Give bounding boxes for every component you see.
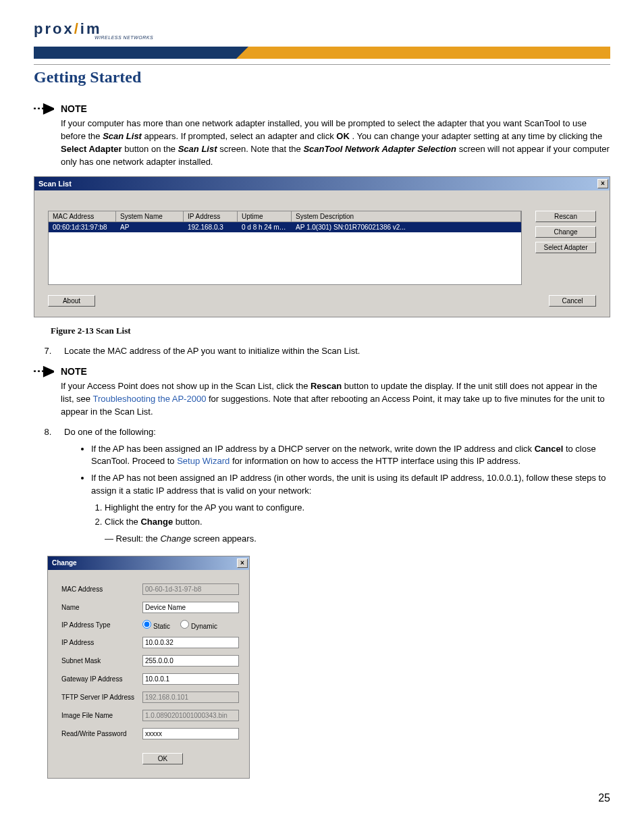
img-field: [142, 710, 239, 721]
select-adapter-button[interactable]: Select Adapter: [535, 242, 596, 253]
page-number: 25: [34, 792, 610, 804]
substep-1: Highlight the entry for the AP you want …: [105, 502, 610, 515]
change-button[interactable]: Change: [535, 226, 596, 238]
change-title: Change: [52, 559, 77, 567]
logo-slash: /: [74, 20, 80, 37]
note-1-text: If your computer has more than one netwo…: [61, 118, 610, 168]
note-arrow-icon: [34, 366, 54, 419]
figure-caption-213: Figure 2-13 Scan List: [51, 325, 610, 336]
logo-subtitle: WIRELESS NETWORKS: [95, 35, 610, 40]
ip-field[interactable]: [142, 637, 239, 648]
table-row[interactable]: 00:60:1d:31:97:b8 AP 192.168.0.3 0 d 8 h…: [49, 222, 521, 232]
note-label: NOTE: [61, 366, 610, 377]
note-1: NOTE If your computer has more than one …: [34, 103, 610, 168]
tftp-field: [142, 692, 239, 703]
note-2-text: If your Access Point does not show up in…: [61, 380, 610, 419]
mac-label: MAC Address: [61, 585, 142, 593]
brand-logo: prox/im WIRELESS NETWORKS: [34, 20, 610, 40]
close-icon[interactable]: ×: [237, 558, 248, 568]
result-line: — Result: the Change screen appears.: [105, 533, 610, 546]
cancel-button[interactable]: Cancel: [549, 295, 596, 307]
note-label: NOTE: [61, 103, 610, 114]
table-header-row: MAC Address System Name IP Address Uptim…: [49, 211, 521, 222]
iptype-label: IP Address Type: [61, 621, 142, 629]
img-label: Image File Name: [61, 712, 142, 719]
about-button[interactable]: About: [48, 295, 95, 307]
gw-field[interactable]: [142, 673, 239, 685]
name-field[interactable]: [142, 602, 239, 613]
ip-label: IP Address: [61, 639, 142, 646]
scan-list-window: Scan List × MAC Address System Name IP A…: [34, 176, 610, 317]
scan-list-title: Scan List: [38, 180, 72, 188]
static-radio[interactable]: Static: [142, 620, 170, 630]
col-uptime[interactable]: Uptime: [238, 211, 292, 221]
col-ip[interactable]: IP Address: [184, 211, 238, 221]
header-accent-bar: [34, 47, 610, 59]
dynamic-radio[interactable]: Dynamic: [180, 620, 217, 630]
col-mac[interactable]: MAC Address: [49, 211, 116, 221]
substep-2: Click the Change button.: [105, 516, 610, 529]
setup-wizard-link[interactable]: Setup Wizard: [177, 456, 230, 466]
pwd-label: Read/Write Password: [61, 730, 142, 737]
tftp-label: TFTP Server IP Address: [61, 694, 142, 701]
mac-field: [142, 583, 239, 595]
step-8: Do one of the following: If the AP has b…: [54, 425, 610, 546]
close-icon[interactable]: ×: [597, 179, 608, 188]
col-name[interactable]: System Name: [116, 211, 184, 221]
change-window: Change × MAC Address Name IP Address Typ…: [47, 556, 250, 779]
troubleshooting-link[interactable]: Troubleshooting the AP-2000: [92, 394, 206, 404]
name-label: Name: [61, 604, 142, 611]
note-2: NOTE If your Access Point does not show …: [34, 366, 610, 419]
change-titlebar: Change ×: [48, 556, 249, 570]
scan-list-titlebar: Scan List ×: [34, 177, 610, 190]
step-7: Locate the MAC address of the AP you wan…: [54, 344, 610, 358]
subnet-label: Subnet Mask: [61, 657, 142, 664]
step-8-bullet-2: If the AP has not been assigned an IP ad…: [91, 472, 610, 545]
col-desc[interactable]: System Description: [292, 211, 521, 221]
scan-list-table[interactable]: MAC Address System Name IP Address Uptim…: [48, 211, 522, 285]
ok-button[interactable]: OK: [142, 753, 183, 764]
subnet-field[interactable]: [142, 655, 239, 667]
logo-text-1: prox: [34, 20, 74, 37]
note-arrow-icon: [34, 103, 54, 168]
step-8-bullet-1: If the AP has been assigned an IP addres…: [91, 443, 610, 469]
section-title: Getting Started: [34, 64, 610, 86]
rescan-button[interactable]: Rescan: [535, 211, 596, 222]
pwd-field[interactable]: [142, 728, 239, 739]
gw-label: Gateway IP Address: [61, 675, 142, 683]
